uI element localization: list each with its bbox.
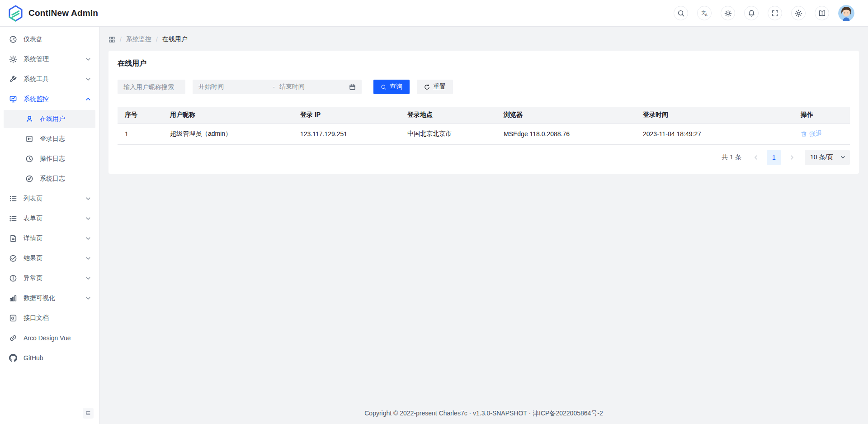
cell-location: 中国北京北京市 [400,124,496,144]
chevron-down-icon [840,155,845,160]
col-browser: 浏览器 [496,107,636,124]
bell-icon [748,10,755,17]
link-icon [9,334,17,342]
monitor-icon [9,95,17,103]
nickname-search-field[interactable] [118,80,185,94]
translate-icon [701,10,708,17]
filter-toolbar: 开始时间 - 结束时间 查询 重置 [118,80,850,94]
sidebar-item-list-page[interactable]: 列表页 [4,190,95,208]
sidebar-item-login-log[interactable]: 登录日志 [4,130,95,148]
col-nickname: 用户昵称 [163,107,293,124]
sidebar-item-system-tools[interactable]: 系统工具 [4,70,95,88]
fullscreen-button[interactable] [768,6,782,20]
sidebar-collapse-button[interactable] [83,408,94,419]
chevron-down-icon [85,76,91,82]
chevron-down-icon [85,295,91,301]
chevron-down-icon [85,196,91,201]
page-size-select[interactable]: 10 条/页 [805,150,850,165]
reset-button[interactable]: 重置 [417,80,453,94]
file-icon [9,234,17,243]
online-users-table: 序号 用户昵称 登录 IP 登录地点 浏览器 登录时间 操作 1 超级管理员（a [118,107,850,145]
sidebar-item-system-monitor[interactable]: 系统监控 [4,90,95,108]
breadcrumb: / 系统监控 / 在线用户 [108,35,859,44]
gear-icon [9,55,17,63]
wrench-icon [9,75,17,83]
sidebar-item-github[interactable]: GitHub [4,349,95,367]
breadcrumb-item-system-monitor[interactable]: 系统监控 [126,35,151,43]
sidebar-item-online-users[interactable]: 在线用户 [4,110,95,128]
search-button[interactable]: 查询 [373,80,410,94]
docs-button[interactable] [815,6,829,20]
col-ip: 登录 IP [293,107,400,124]
notifications-button[interactable] [744,6,759,20]
calendar-icon [349,84,356,91]
date-end-placeholder: 结束时间 [279,83,349,91]
sidebar-item-dashboard[interactable]: 仪表盘 [4,30,95,48]
api-doc-icon [9,314,17,322]
sun-icon [724,10,732,17]
online-users-card: 在线用户 开始时间 - 结束时间 查询 [108,51,859,174]
fullscreen-icon [771,10,779,17]
cell-browser: MSEdge 118.0.2088.76 [496,124,636,144]
footer-copyright: Copyright © 2022-present Charles7c · v1.… [108,403,859,424]
theme-toggle-button[interactable] [721,6,735,20]
sidebar-item-result-page[interactable]: 结果页 [4,249,95,267]
col-location: 登录地点 [400,107,496,124]
trash-icon [801,131,807,137]
next-page-button[interactable] [785,150,799,165]
translate-button[interactable] [697,6,712,20]
cell-login-time: 2023-11-04 18:49:27 [636,124,793,144]
header-actions [674,5,854,21]
col-index: 序号 [118,107,163,124]
search-icon [677,10,685,17]
nickname-search-input[interactable] [118,80,185,94]
dashboard-icon [9,35,17,43]
sidebar-item-system-log[interactable]: 系统日志 [4,170,95,188]
breadcrumb-item-online-users: 在线用户 [162,35,188,43]
pagination: 共 1 条 1 10 条/页 [118,150,850,165]
sidebar: 仪表盘 系统管理 系统工具 系统监控 在线用户 [0,27,99,424]
sidebar-item-api-docs[interactable]: 接口文档 [4,309,95,327]
settings-button[interactable] [791,6,806,20]
prev-page-button[interactable] [749,150,763,165]
pagination-total: 共 1 条 [722,153,741,162]
col-login-time: 登录时间 [636,107,793,124]
github-icon [9,354,17,362]
exclamation-circle-icon [9,274,17,282]
search-button[interactable] [674,6,688,20]
main-content: / 系统监控 / 在线用户 在线用户 开始时间 - 结束时间 [99,27,868,424]
chevron-up-icon [85,96,91,102]
gear-icon [795,10,802,17]
form-icon [9,214,17,223]
apps-grid-icon[interactable] [108,36,115,43]
menu-fold-icon [85,410,91,416]
cell-index: 1 [118,124,163,144]
app-root: ContiNew Admin 仪表盘 系统管理 [0,0,868,424]
cell-nickname: 超级管理员（admin） [163,124,293,144]
avatar[interactable] [838,5,854,21]
clock-icon [25,155,33,163]
chevron-down-icon [85,276,91,281]
sidebar-item-detail-page[interactable]: 详情页 [4,229,95,248]
sidebar-item-system-management[interactable]: 系统管理 [4,50,95,68]
date-start-placeholder: 开始时间 [198,83,268,91]
brand[interactable]: ContiNew Admin [8,5,98,22]
sidebar-item-data-visualization[interactable]: 数据可视化 [4,289,95,307]
compass-icon [25,175,33,183]
user-icon [25,115,33,123]
sidebar-item-operation-log[interactable]: 操作日志 [4,150,95,168]
force-logout-button[interactable]: 强退 [801,130,822,138]
sidebar-item-exception-page[interactable]: 异常页 [4,269,95,287]
top-header: ContiNew Admin [0,0,868,27]
date-range-separator: - [268,83,279,91]
col-actions: 操作 [793,107,850,124]
date-range-picker[interactable]: 开始时间 - 结束时间 [193,80,362,94]
sidebar-item-arco-design-vue[interactable]: Arco Design Vue [4,329,95,347]
page-number-button[interactable]: 1 [767,150,781,165]
refresh-icon [424,84,430,90]
table-row: 1 超级管理员（admin） 123.117.129.251 中国北京北京市 M… [118,124,850,144]
chevron-down-icon [85,57,91,62]
sidebar-item-form-page[interactable]: 表单页 [4,210,95,228]
app-logo-icon [8,5,23,22]
chevron-down-icon [85,236,91,241]
